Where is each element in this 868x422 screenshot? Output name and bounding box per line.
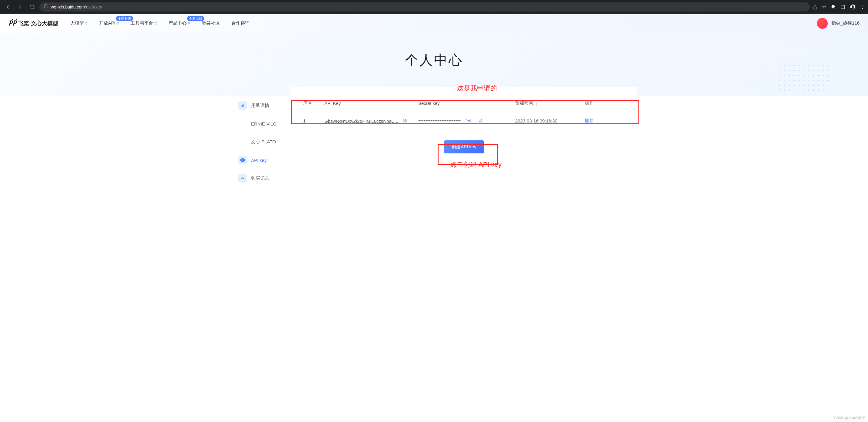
sort-icon: ▲▼ bbox=[535, 103, 538, 106]
table-row: 1 GbswNg4tDxvZl2gHIGjL6czsNbsC... ******… bbox=[300, 110, 628, 132]
nav-item-tools[interactable]: 工具与平台▽ bbox=[130, 20, 157, 26]
cell-apikey: GbswNg4tDxvZl2gHIGjL6czsNbsC... bbox=[321, 110, 415, 132]
sidebar: 用量详情 ERNIE-ViLG 文心 PLATO K API key ¥ 购买记… bbox=[231, 87, 291, 196]
lock-icon bbox=[43, 4, 48, 9]
nav-item-coop[interactable]: 合作咨询 bbox=[231, 20, 250, 26]
reload-button[interactable] bbox=[27, 2, 37, 12]
th-seq: 序号 bbox=[300, 96, 321, 110]
sidebar-item-ernie[interactable]: ERNIE-ViLG bbox=[231, 115, 291, 133]
purchase-icon: ¥ bbox=[238, 174, 247, 182]
url-path: /user/key bbox=[85, 4, 102, 9]
th-created[interactable]: 创建时间▲▼ bbox=[512, 96, 582, 110]
bookmark-icon[interactable]: ☆ bbox=[822, 4, 826, 10]
back-button[interactable] bbox=[3, 2, 13, 12]
extensions-icon[interactable] bbox=[831, 4, 836, 10]
svg-rect-10 bbox=[403, 119, 406, 121]
th-action: 操作 bbox=[582, 96, 628, 110]
sidebar-item-label: 用量详情 bbox=[251, 103, 269, 109]
chevron-down-icon: ▽ bbox=[154, 22, 157, 25]
sidebar-item-label: ERNIE-ViLG bbox=[251, 121, 277, 126]
sidebar-item-label: API key bbox=[251, 158, 267, 163]
copy-icon[interactable] bbox=[478, 118, 483, 124]
svg-point-2 bbox=[852, 5, 854, 7]
svg-rect-15 bbox=[479, 119, 482, 121]
content: 用量详情 ERNIE-ViLG 文心 PLATO K API key ¥ 购买记… bbox=[225, 87, 643, 196]
cell-seq: 1 bbox=[300, 110, 321, 132]
cell-secret: ************************ bbox=[415, 110, 512, 132]
logo-text2: 文心大模型 bbox=[31, 20, 58, 27]
chevron-down-icon: ▽ bbox=[85, 22, 88, 25]
chevron-down-icon: ▽ bbox=[188, 22, 190, 25]
sidebar-item-usage[interactable]: 用量详情 bbox=[231, 96, 291, 115]
share-icon[interactable] bbox=[812, 4, 818, 10]
sidebar-item-label: 购买记录 bbox=[251, 175, 269, 181]
th-secret: Secret key bbox=[415, 96, 512, 110]
create-api-key-button[interactable]: 创建API key bbox=[444, 140, 484, 153]
delete-button[interactable]: 删除 bbox=[585, 118, 594, 123]
nav-items: 大模型▽ 开放API▽全新升级 工具与平台▽ 产品中心▽全新上线 旸谷社区 合作… bbox=[70, 20, 250, 26]
nav-item-community[interactable]: 旸谷社区 bbox=[202, 20, 220, 26]
profile-icon[interactable] bbox=[850, 4, 856, 10]
menu-icon[interactable]: ⋮ bbox=[860, 4, 865, 10]
svg-rect-5 bbox=[244, 104, 244, 107]
copy-icon[interactable] bbox=[403, 118, 407, 124]
sidebar-item-plato[interactable]: 文心 PLATO bbox=[231, 133, 291, 151]
blank-icon bbox=[238, 119, 247, 128]
hero: 个人中心 bbox=[0, 33, 868, 96]
logo[interactable]: ṔṔ 飞桨 文心大模型 bbox=[8, 20, 58, 27]
eye-icon[interactable] bbox=[466, 118, 471, 124]
top-nav: ṔṔ 飞桨 文心大模型 大模型▽ 开放API▽全新升级 工具与平台▽ 产品中心▽… bbox=[0, 13, 868, 33]
nav-item-model[interactable]: 大模型▽ bbox=[70, 20, 88, 26]
svg-rect-3 bbox=[241, 106, 241, 107]
username: 指尖_旋律116 bbox=[831, 20, 860, 26]
nav-item-api[interactable]: 开放API▽全新升级 bbox=[99, 20, 119, 26]
svg-line-11 bbox=[467, 121, 468, 121]
url-domain: wenxin.baidu.com bbox=[51, 4, 85, 9]
main-panel: 这是我申请的 序号 API Key Secret key 创建时间▲▼ 操作 1… bbox=[291, 87, 637, 196]
nav-item-product[interactable]: 产品中心▽全新上线 bbox=[168, 20, 190, 26]
svg-text:K: K bbox=[242, 159, 244, 162]
chevron-down-icon: ▽ bbox=[117, 22, 119, 25]
api-key-table: 序号 API Key Secret key 创建时间▲▼ 操作 1 GbswNg… bbox=[300, 96, 628, 132]
forward-button[interactable] bbox=[15, 2, 25, 12]
svg-rect-0 bbox=[841, 5, 845, 9]
cell-created: 2023-03-16 09:16:30 bbox=[512, 110, 582, 132]
blank-icon bbox=[238, 138, 247, 146]
svg-rect-4 bbox=[242, 105, 243, 107]
logo-text1: 飞桨 bbox=[18, 20, 29, 27]
url-bar[interactable]: wenxin.baidu.com/user/key bbox=[39, 2, 810, 11]
usage-icon bbox=[238, 101, 247, 110]
svg-line-13 bbox=[470, 121, 471, 121]
page-title: 个人中心 bbox=[0, 51, 868, 69]
annotation-bottom: 点击创建 API key bbox=[450, 160, 501, 169]
sidebar-item-purchase[interactable]: ¥ 购买记录 bbox=[231, 169, 291, 187]
th-apikey: API Key bbox=[321, 96, 415, 110]
sidebar-item-apikey[interactable]: K API key bbox=[231, 151, 291, 169]
user-area[interactable]: 指尖_旋律116 bbox=[817, 18, 860, 29]
window-icon[interactable] bbox=[840, 4, 845, 10]
dots-decoration bbox=[777, 63, 832, 94]
key-icon: K bbox=[238, 156, 247, 164]
avatar bbox=[817, 18, 828, 29]
logo-mark: ṔṔ bbox=[8, 20, 17, 27]
browser-chrome: wenxin.baidu.com/user/key ☆ ⋮ bbox=[0, 0, 868, 13]
sidebar-item-label: 文心 PLATO bbox=[251, 139, 276, 145]
